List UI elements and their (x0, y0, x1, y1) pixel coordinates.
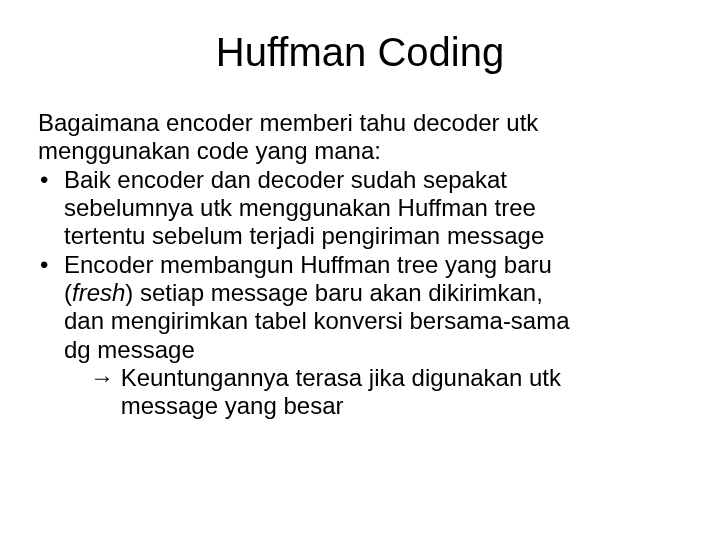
arrow-icon: → (90, 364, 114, 391)
intro-line-2: menggunakan code yang mana: (38, 137, 381, 164)
bullet-item-1: • Baik encoder dan decoder sudah sepakat… (38, 166, 682, 251)
intro-text: Bagaimana encoder memberi tahu decoder u… (38, 109, 682, 166)
intro-line-1: Bagaimana encoder memberi tahu decoder u… (38, 109, 538, 136)
bullet-2-line-2a: ( (64, 279, 72, 306)
bullet-1-line-1: Baik encoder dan decoder sudah sepakat (64, 166, 507, 193)
bullet-2-line-2c: ) setiap message baru akan dikirimkan, (125, 279, 543, 306)
bullet-2-line-1: Encoder membangun Huffman tree yang baru (64, 251, 552, 278)
bullet-marker: • (40, 251, 48, 279)
bullet-2-italic: fresh (72, 279, 125, 306)
slide-title: Huffman Coding (38, 30, 682, 75)
bullet-1-line-3: tertentu sebelum terjadi pengiriman mess… (64, 222, 544, 249)
bullet-2-line-3: dan mengirimkan tabel konversi bersama-s… (64, 307, 570, 334)
sub-point: → Keuntungannya terasa jika digunakan ut… (64, 364, 682, 421)
bullet-item-2: • Encoder membangun Huffman tree yang ba… (38, 251, 682, 421)
bullet-list: • Baik encoder dan decoder sudah sepakat… (38, 166, 682, 421)
sub-line-2: message yang besar (121, 392, 344, 419)
bullet-marker: • (40, 166, 48, 194)
bullet-1-line-2: sebelumnya utk menggunakan Huffman tree (64, 194, 536, 221)
bullet-2-line-4: dg message (64, 336, 195, 363)
sub-line-1: Keuntungannya terasa jika digunakan utk (114, 364, 561, 391)
